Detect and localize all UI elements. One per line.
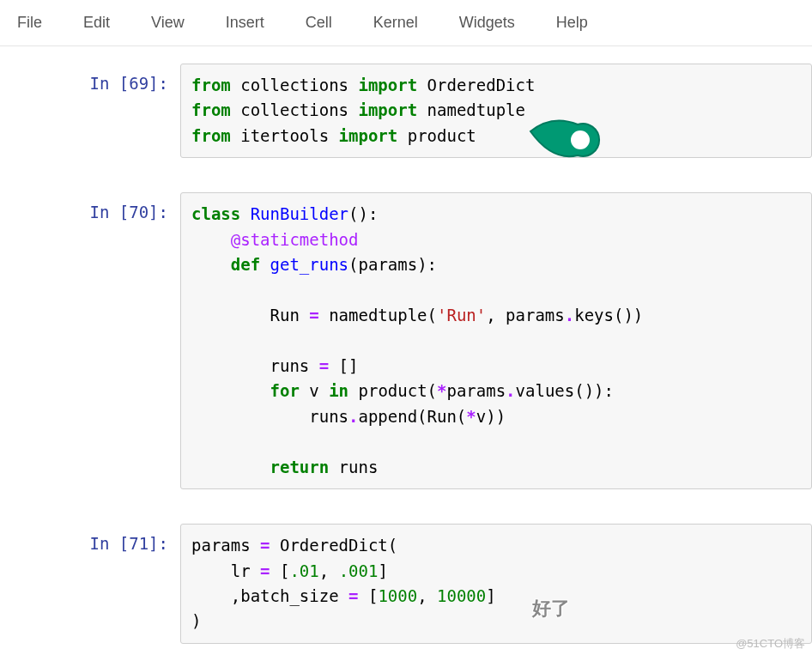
code-input[interactable]: from collections import OrderedDict from… xyxy=(180,64,812,158)
svg-point-0 xyxy=(571,130,590,149)
menu-widgets[interactable]: Widgets xyxy=(439,7,536,39)
menu-cell[interactable]: Cell xyxy=(285,7,353,39)
code-input[interactable]: class RunBuilder(): @staticmethod def ge… xyxy=(180,192,812,489)
code-cell[interactable]: In [69]: from collections import Ordered… xyxy=(0,64,812,158)
watermark: @51CTO博客 xyxy=(736,636,805,652)
code-cell[interactable]: In [70]: class RunBuilder(): @staticmeth… xyxy=(0,192,812,489)
menu-view[interactable]: View xyxy=(130,7,205,39)
menu-insert[interactable]: Insert xyxy=(205,7,285,39)
menubar: File Edit View Insert Cell Kernel Widget… xyxy=(0,0,812,46)
menu-help[interactable]: Help xyxy=(536,7,609,39)
cell-prompt: In [69]: xyxy=(0,64,180,158)
notebook: In [69]: from collections import Ordered… xyxy=(0,46,812,644)
annotation-text: 好了 xyxy=(532,596,570,622)
menu-file[interactable]: File xyxy=(0,7,63,39)
code-cell[interactable]: In [71]: params = OrderedDict( lr = [.01… xyxy=(0,524,812,644)
cell-prompt: In [71]: xyxy=(0,524,180,644)
menu-edit[interactable]: Edit xyxy=(63,7,130,39)
menu-kernel[interactable]: Kernel xyxy=(353,7,439,39)
code-input[interactable]: params = OrderedDict( lr = [.01, .001] ,… xyxy=(180,524,812,644)
cell-prompt: In [70]: xyxy=(0,192,180,489)
pointer-icon xyxy=(526,114,603,170)
